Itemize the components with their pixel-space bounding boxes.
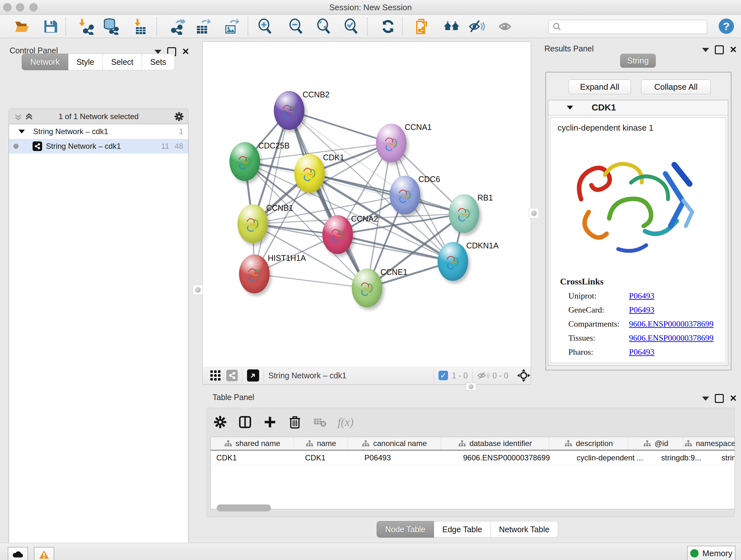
string-import-icon[interactable] [415, 18, 431, 35]
left-splitter-handle[interactable] [193, 285, 203, 295]
table-panel-box: f(x) shared namenamecanonical namedataba… [206, 408, 735, 517]
column-header-namespace[interactable]: namespace [683, 437, 735, 450]
table-options-gear-icon[interactable] [213, 415, 227, 429]
network-options-gear-icon[interactable] [174, 111, 185, 122]
network-view-toolbar: String Network – cdk1 ✓ 1 - 0 0 - 0 [202, 367, 531, 385]
delete-column-trash-icon[interactable] [288, 415, 302, 429]
search-field[interactable] [548, 20, 707, 34]
import-table-icon[interactable] [131, 18, 147, 35]
genemania-import-icon[interactable] [443, 18, 460, 35]
table-panel-title: Table Panel [212, 393, 254, 402]
node-ccne1[interactable] [352, 268, 382, 307]
collapse-panel-icon[interactable] [702, 48, 709, 52]
show-all-icon[interactable] [498, 18, 515, 35]
node-ccnb1[interactable] [238, 204, 268, 243]
tab-network-table[interactable]: Network Table [491, 521, 558, 538]
node-cdk1[interactable] [294, 154, 325, 193]
collection-expander-icon[interactable] [18, 130, 25, 133]
close-panel-icon[interactable]: ✕ [730, 46, 737, 53]
gene-card-cdk1: CDK1 cyclin-dependent kinase 1 [548, 100, 728, 366]
memory-status-dot [690, 549, 698, 557]
zoom-out-icon[interactable] [288, 18, 305, 35]
search-input[interactable] [564, 22, 707, 32]
collapse-all-button[interactable]: Collapse All [641, 79, 711, 94]
bottom-splitter-handle[interactable] [466, 383, 476, 390]
crosslink-label: Pharos: [568, 348, 629, 357]
fit-content-crosshair-icon[interactable] [517, 368, 531, 382]
open-session-icon[interactable] [14, 18, 30, 35]
gene-expander-icon[interactable] [567, 106, 573, 110]
node-label-ccna2: CCNA2 [351, 214, 378, 224]
help-button[interactable]: ? [719, 18, 734, 34]
table-row[interactable]: CDK1CDK1P064939606.ENSP00000378699cyclin… [211, 450, 735, 465]
node-hist1h1a[interactable] [239, 254, 270, 294]
expand-all-button[interactable]: Expand All [568, 79, 631, 94]
zoom-in-icon[interactable] [257, 18, 273, 35]
tab-string[interactable]: String [620, 54, 656, 68]
collapse-panel-icon[interactable] [154, 50, 161, 54]
crosslink-value-link[interactable]: P06493 [629, 305, 654, 315]
close-panel-icon[interactable]: ✕ [182, 48, 189, 55]
tab-network[interactable]: Network [22, 54, 68, 70]
warnings-button[interactable] [34, 547, 54, 560]
table-cell: CDK1 [211, 450, 299, 465]
selected-checkbox-icon[interactable]: ✓ [439, 371, 448, 380]
column-header-database-identifier[interactable]: database identifier [441, 437, 549, 450]
node-cdkn1a[interactable] [437, 242, 468, 281]
tab-select[interactable]: Select [103, 54, 142, 70]
crosslink-value-link[interactable]: 9606.ENSP00000378699 [629, 319, 714, 329]
float-panel-icon[interactable] [715, 45, 724, 54]
cloud-status-button[interactable] [8, 547, 28, 560]
table-header-row: shared namenamecanonical namedatabase id… [211, 437, 735, 450]
collapse-panel-icon[interactable] [702, 396, 709, 401]
column-header-name[interactable]: name [294, 437, 348, 450]
column-header-description[interactable]: description [549, 437, 628, 450]
save-session-icon[interactable] [42, 18, 59, 35]
node-table[interactable]: shared namenamecanonical namedatabase id… [210, 437, 735, 509]
birdseye-grid-icon[interactable] [210, 370, 221, 381]
zoom-selected-icon[interactable] [343, 18, 360, 35]
node-cdc25b[interactable] [229, 142, 260, 181]
hide-selected-icon[interactable] [468, 18, 485, 35]
crosslink-value-link[interactable]: P06493 [629, 348, 654, 357]
refresh-view-icon[interactable] [380, 18, 396, 35]
show-columns-icon[interactable] [238, 415, 252, 429]
column-header--id[interactable]: @id [628, 437, 683, 450]
node-label-cdc25b: CDC25B [258, 141, 290, 150]
table-cell: stringdb:9... [656, 450, 716, 465]
export-network-icon[interactable] [169, 18, 186, 35]
create-column-plus-icon[interactable] [263, 415, 277, 429]
tab-sets[interactable]: Sets [142, 54, 175, 70]
float-panel-icon[interactable] [715, 394, 724, 403]
tab-node-table[interactable]: Node Table [377, 521, 434, 538]
crosslink-value-link[interactable]: P06493 [629, 291, 654, 301]
crosslink-value-link[interactable]: 9606.ENSP00000378699 [629, 333, 714, 343]
string-view-icon[interactable] [226, 370, 238, 381]
node-label-ccnb1: CCNB1 [266, 203, 293, 212]
export-image-icon[interactable] [223, 18, 239, 35]
node-ccnb2[interactable] [274, 91, 305, 130]
node-rb1[interactable] [449, 194, 479, 233]
network-canvas[interactable]: CCNB2CCNA1CDC25BCDK1CDC6RB1CCNB1CCNA2CDK… [202, 42, 531, 367]
node-ccna1[interactable] [376, 124, 407, 163]
open-in-window-icon[interactable] [247, 369, 259, 381]
zoom-fit-icon[interactable] [316, 18, 332, 35]
scrollbar-thumb[interactable] [217, 504, 271, 511]
column-header-shared-name[interactable]: shared name [211, 437, 294, 450]
right-splitter-handle[interactable] [529, 208, 539, 219]
title-bar: Session: New Session [0, 0, 741, 15]
network-row-selected[interactable]: String Network – cdk1 11 48 [9, 139, 188, 153]
close-panel-icon[interactable]: ✕ [730, 395, 737, 402]
status-bar: Memory [0, 543, 741, 560]
export-table-icon[interactable] [194, 18, 211, 35]
memory-button[interactable]: Memory [687, 546, 736, 560]
import-network-database-icon[interactable] [103, 18, 119, 35]
node-cdc6[interactable] [390, 176, 420, 214]
import-network-file-icon[interactable] [78, 18, 94, 35]
network-collection-row[interactable]: String Network – cdk1 1 [9, 124, 188, 139]
tab-style[interactable]: Style [68, 54, 103, 70]
tab-edge-table[interactable]: Edge Table [434, 521, 491, 538]
node-ccna2[interactable] [322, 215, 353, 254]
cytoscape-window: Session: New Session [0, 0, 741, 560]
column-header-canonical-name[interactable]: canonical name [348, 437, 441, 450]
